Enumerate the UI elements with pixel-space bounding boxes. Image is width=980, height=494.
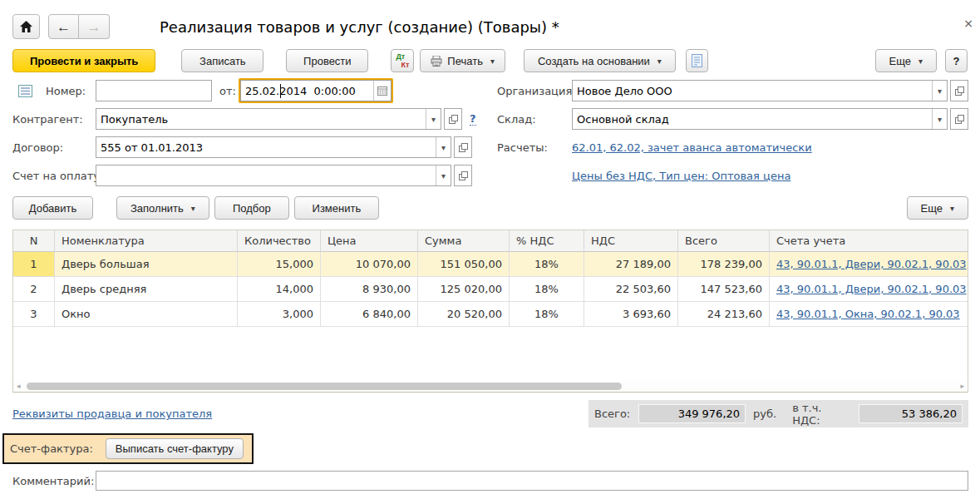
comment-input[interactable] <box>96 471 968 491</box>
document-register-button[interactable] <box>686 49 708 72</box>
cell-nomenclature[interactable]: Дверь большая <box>55 252 238 277</box>
accounts-link[interactable]: 43, 90.01.1, Окна, 90.02.1, 90.03 <box>776 308 960 320</box>
column-header[interactable]: НДС <box>584 230 678 252</box>
totals-panel: Всего: 349 976,20 руб. в т.ч. НДС: 53 38… <box>588 400 968 427</box>
scroll-left-icon[interactable]: ◂ <box>17 383 21 390</box>
print-button[interactable]: Печать ▾ <box>420 49 505 72</box>
chevron-down-icon: ▾ <box>441 143 446 152</box>
edit-button[interactable]: Изменить <box>294 196 379 220</box>
cell-sum[interactable]: 125 020,00 <box>418 277 510 302</box>
comment-row: Комментарий: <box>12 470 968 492</box>
cell-vat[interactable]: 3 693,60 <box>584 302 678 327</box>
organization-input[interactable] <box>573 81 932 101</box>
number-input[interactable] <box>96 80 212 101</box>
back-button[interactable]: ← <box>48 14 79 39</box>
chevron-down-icon: ▾ <box>431 115 436 124</box>
save-button[interactable]: Записать <box>181 49 263 72</box>
dtkt-button[interactable]: ДтКт <box>391 49 414 72</box>
more-button[interactable]: Еще ▾ <box>875 49 937 72</box>
cell-price[interactable]: 8 930,00 <box>321 277 418 302</box>
contract-input[interactable] <box>96 137 436 157</box>
warehouse-input[interactable] <box>573 109 932 129</box>
cell-qty[interactable]: 3,000 <box>238 302 321 327</box>
open-icon <box>459 171 468 180</box>
issue-invoice-button[interactable]: Выписать счет-фактуру <box>106 438 244 459</box>
counterparty-open-button[interactable] <box>444 108 462 130</box>
scroll-right-icon[interactable]: ▸ <box>960 383 964 390</box>
home-icon <box>20 21 32 32</box>
cell-n[interactable]: 3 <box>13 302 55 327</box>
cell-total[interactable]: 147 523,60 <box>678 277 770 302</box>
warehouse-combo: ▾ <box>572 108 948 130</box>
accounts-link[interactable]: 43, 90.01.1, Двери, 90.02.1, 90.03 <box>776 258 967 270</box>
column-header[interactable]: % НДС <box>510 230 584 252</box>
settlements-link[interactable]: 62.01, 62.02, зачет аванса автоматически <box>572 141 812 154</box>
create-based-on-button[interactable]: Создать на основании ▾ <box>524 49 676 72</box>
cell-total[interactable]: 178 239,00 <box>678 252 770 277</box>
cell-accounts[interactable]: 43, 90.01.1, Двери, 90.02.1, 90.03 <box>770 252 968 277</box>
table-row[interactable]: 1Дверь большая15,00010 070,00151 050,001… <box>13 252 968 277</box>
warehouse-dropdown-button[interactable]: ▾ <box>932 109 947 129</box>
cell-accounts[interactable]: 43, 90.01.1, Окна, 90.02.1, 90.03 <box>770 302 968 327</box>
pick-button[interactable]: Подбор <box>214 196 289 220</box>
prices-link[interactable]: Цены без НДС, Тип цен: Оптовая цена <box>572 170 790 182</box>
cell-total[interactable]: 24 213,60 <box>678 302 770 327</box>
cell-vat_rate[interactable]: 18% <box>510 252 584 277</box>
requisites-link[interactable]: Реквизиты продавца и покупателя <box>12 408 212 420</box>
cell-sum[interactable]: 20 520,00 <box>418 302 510 327</box>
open-icon <box>459 143 468 152</box>
cell-qty[interactable]: 15,000 <box>238 252 321 277</box>
counterparty-dropdown-button[interactable]: ▾ <box>426 109 441 129</box>
cell-vat_rate[interactable]: 18% <box>510 277 584 302</box>
column-header[interactable]: Количество <box>238 230 321 252</box>
cell-vat[interactable]: 22 503,60 <box>584 277 678 302</box>
add-row-button[interactable]: Добавить <box>12 196 93 220</box>
horizontal-scrollbar[interactable]: ◂ ▸ <box>13 381 968 392</box>
table-more-button[interactable]: Еще ▾ <box>907 196 968 220</box>
accounts-link[interactable]: 43, 90.01.1, Двери, 90.02.1, 90.03 <box>776 283 967 295</box>
warehouse-open-button[interactable] <box>950 108 968 130</box>
counterparty-help-link[interactable]: ? <box>470 112 476 126</box>
cell-qty[interactable]: 14,000 <box>238 277 321 302</box>
cell-sum[interactable]: 151 050,00 <box>418 252 510 277</box>
column-header[interactable]: Номенклатура <box>55 230 238 252</box>
invoice-for-payment-input[interactable] <box>96 165 436 185</box>
close-icon[interactable]: × <box>963 17 973 29</box>
fill-button[interactable]: Заполнить ▾ <box>116 196 209 220</box>
column-header[interactable]: Всего <box>678 230 770 252</box>
table-empty-area <box>13 327 968 381</box>
organization-open-button[interactable] <box>950 80 968 101</box>
cell-vat[interactable]: 27 189,00 <box>584 252 678 277</box>
column-header[interactable]: Цена <box>321 230 418 252</box>
forward-button[interactable]: → <box>79 14 110 39</box>
invoice-for-payment-dropdown-button[interactable]: ▾ <box>436 165 451 185</box>
contract-open-button[interactable] <box>454 136 472 158</box>
scrollbar-thumb[interactable] <box>27 383 622 390</box>
invoice-for-payment-open-button[interactable] <box>454 165 472 186</box>
invoice-label: Счет-фактура: <box>10 442 93 455</box>
help-button[interactable]: ? <box>945 49 968 72</box>
post-and-close-button[interactable]: Провести и закрыть <box>12 49 155 72</box>
post-button[interactable]: Провести <box>286 49 368 72</box>
column-header[interactable]: N <box>13 230 55 252</box>
counterparty-input[interactable] <box>96 109 426 129</box>
organization-dropdown-button[interactable]: ▾ <box>932 81 947 101</box>
date-input[interactable] <box>241 81 373 101</box>
contract-dropdown-button[interactable]: ▾ <box>436 137 451 157</box>
cell-n[interactable]: 2 <box>13 277 55 302</box>
calendar-button[interactable] <box>373 81 391 101</box>
column-header[interactable]: Счета учета <box>770 230 968 252</box>
column-header[interactable]: Сумма <box>418 230 510 252</box>
invoice-for-payment-combo: ▾ <box>96 165 451 186</box>
cell-price[interactable]: 10 070,00 <box>321 252 418 277</box>
cell-vat_rate[interactable]: 18% <box>510 302 584 327</box>
cell-price[interactable]: 6 840,00 <box>321 302 418 327</box>
cell-n[interactable]: 1 <box>13 252 55 277</box>
cell-accounts[interactable]: 43, 90.01.1, Двери, 90.02.1, 90.03 <box>770 277 968 302</box>
home-button[interactable] <box>12 14 40 39</box>
total-value-field: 349 976,20 <box>638 404 746 423</box>
cell-nomenclature[interactable]: Дверь средняя <box>55 277 238 302</box>
table-row[interactable]: 2Дверь средняя14,0008 930,00125 020,0018… <box>13 277 968 302</box>
cell-nomenclature[interactable]: Окно <box>55 302 238 327</box>
table-row[interactable]: 3Окно3,0006 840,0020 520,0018%3 693,6024… <box>13 302 968 327</box>
